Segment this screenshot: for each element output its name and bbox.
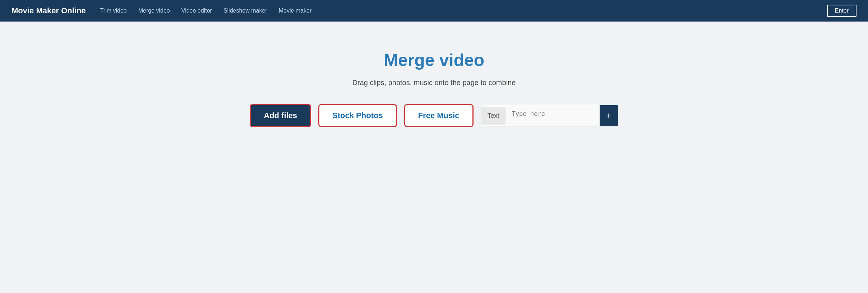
enter-button[interactable]: Enter	[827, 5, 857, 17]
nav-movie-maker[interactable]: Movie maker	[279, 8, 312, 14]
stock-photos-button[interactable]: Stock Photos	[318, 104, 397, 127]
navbar-brand: Movie Maker Online	[11, 6, 86, 15]
navbar: Movie Maker Online Trim video Merge vide…	[0, 0, 868, 22]
add-files-button[interactable]: Add files	[250, 104, 311, 127]
free-music-button[interactable]: Free Music	[404, 104, 474, 127]
nav-slideshow-maker[interactable]: Slideshow maker	[223, 8, 267, 14]
main-content: Merge video Drag clips, photos, music on…	[0, 22, 868, 127]
text-input[interactable]	[506, 105, 600, 126]
nav-trim-video[interactable]: Trim video	[100, 8, 127, 14]
nav-merge-video[interactable]: Merge video	[138, 8, 170, 14]
navbar-links: Trim video Merge video Video editor Slid…	[100, 8, 827, 14]
nav-video-editor[interactable]: Video editor	[181, 8, 212, 14]
text-label: Text	[481, 107, 506, 125]
page-subtitle: Drag clips, photos, music onto the page …	[352, 79, 516, 87]
plus-button[interactable]: +	[600, 105, 618, 126]
page-title: Merge video	[384, 50, 484, 70]
actions-row: Add files Stock Photos Free Music Text +	[250, 104, 618, 127]
text-input-group: Text +	[481, 105, 618, 126]
